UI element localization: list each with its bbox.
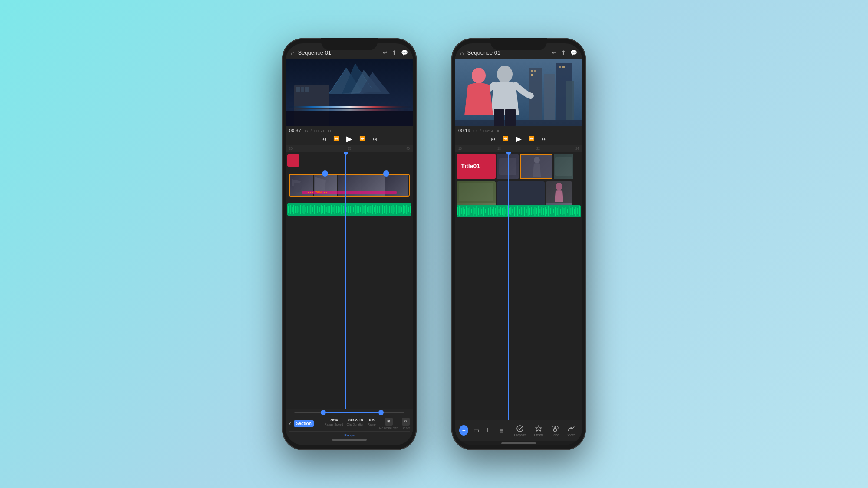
- skip-back-btn-1[interactable]: ⏮: [322, 136, 326, 141]
- svg-rect-159: [531, 207, 532, 215]
- comment-icon-2[interactable]: 💬: [570, 49, 577, 56]
- svg-rect-145: [507, 206, 508, 216]
- video-clip-1[interactable]: 76%: [289, 174, 410, 197]
- svg-rect-179: [565, 207, 566, 216]
- ramp-handle-right-1[interactable]: [383, 170, 389, 177]
- svg-rect-84: [401, 207, 402, 212]
- svg-rect-178: [564, 208, 565, 214]
- clip-2a[interactable]: [497, 154, 519, 179]
- effects-icon: [535, 425, 542, 432]
- svg-rect-163: [538, 206, 539, 216]
- svg-rect-23: [297, 206, 298, 213]
- back-btn-1[interactable]: ‹: [289, 420, 291, 427]
- trim-tool-btn[interactable]: ⊢: [484, 426, 494, 434]
- range-thumb-right-1[interactable]: [378, 410, 384, 415]
- svg-rect-139: [497, 206, 498, 216]
- skip-fwd-btn-2[interactable]: ⏭: [542, 136, 546, 141]
- home-icon-1[interactable]: ⌂: [291, 49, 294, 56]
- skip-fwd-btn-1[interactable]: ⏭: [372, 136, 377, 141]
- svg-rect-160: [533, 209, 534, 214]
- speed-label: Speed: [567, 433, 575, 436]
- svg-rect-133: [487, 206, 487, 216]
- track-row-1-2: Title01: [455, 152, 582, 180]
- clip-2b-selected[interactable]: [520, 154, 552, 179]
- ramp-value: 0.5: [369, 418, 375, 422]
- color-block-1: [287, 154, 299, 167]
- svg-rect-135: [490, 207, 491, 215]
- svg-rect-63: [365, 205, 366, 214]
- svg-rect-89: [410, 206, 411, 213]
- play-btn-2[interactable]: ▶: [516, 134, 522, 144]
- clip-2f[interactable]: [546, 181, 572, 206]
- header-2: ⌂ Sequence 01 ↩ ⬆ 💬: [455, 43, 582, 59]
- step-fwd-btn-2[interactable]: ⏩: [529, 136, 535, 141]
- clip-tool-btn[interactable]: ▭: [471, 426, 482, 435]
- ruler-m-24: 24: [575, 147, 579, 150]
- svg-rect-150: [516, 208, 516, 215]
- svg-rect-34: [316, 206, 316, 213]
- ctrl-range-speed: 76% Range Speed: [325, 418, 343, 429]
- range-thumb-left-1[interactable]: [321, 410, 326, 415]
- svg-rect-187: [579, 206, 580, 216]
- ctrl-ramp: 0.5 Ramp: [368, 418, 376, 429]
- ctrl-maintain[interactable]: ⊞ Maintain Pitch: [379, 418, 398, 429]
- total-time-2: 03:14: [483, 129, 493, 133]
- undo-icon-2[interactable]: ↩: [552, 49, 557, 56]
- step-back-btn-1[interactable]: ⏪: [333, 136, 339, 141]
- svg-rect-69: [375, 205, 376, 214]
- svg-rect-106: [499, 158, 516, 175]
- play-btn-1[interactable]: ▶: [346, 134, 352, 144]
- svg-rect-72: [381, 207, 381, 212]
- svg-rect-165: [541, 207, 542, 215]
- step-back-btn-2[interactable]: ⏪: [503, 136, 509, 141]
- audio-track-2: [457, 205, 581, 217]
- clip-2d[interactable]: [457, 181, 496, 206]
- step-fwd-btn-1[interactable]: ⏩: [359, 136, 365, 141]
- svg-rect-95: [531, 70, 533, 72]
- svg-point-103: [472, 68, 486, 83]
- svg-rect-140: [499, 209, 500, 213]
- svg-rect-64: [367, 207, 368, 212]
- effects-btn[interactable]: Effects: [531, 424, 546, 437]
- svg-rect-46: [336, 206, 337, 213]
- phone-1-screen: ⌂ Sequence 01 ↩ ⬆ 💬: [286, 43, 413, 445]
- svg-rect-62: [364, 206, 365, 213]
- clip-2c[interactable]: [554, 154, 573, 179]
- add-button-2[interactable]: +: [459, 425, 468, 436]
- ruler-mark-35: 35: [348, 147, 351, 150]
- svg-rect-70: [377, 206, 378, 213]
- svg-rect-167: [545, 207, 546, 216]
- svg-rect-174: [557, 208, 558, 215]
- share-icon-2[interactable]: ⬆: [561, 49, 566, 56]
- svg-rect-36: [319, 207, 320, 212]
- timeline-1[interactable]: 76%: [286, 152, 413, 409]
- undo-icon-1[interactable]: ↩: [383, 49, 388, 56]
- comment-icon-1[interactable]: 💬: [401, 49, 408, 56]
- speed-icon: [567, 425, 575, 432]
- speed-btn[interactable]: Speed: [564, 424, 578, 437]
- ctrl-reset[interactable]: ↺ Reset: [402, 418, 410, 429]
- svg-rect-65: [368, 206, 369, 213]
- graphics-btn[interactable]: Graphics: [511, 424, 529, 437]
- svg-rect-37: [321, 205, 322, 214]
- share-icon-1[interactable]: ⬆: [392, 49, 397, 56]
- ramp-handle-left-1[interactable]: [322, 170, 328, 177]
- ruler-m-22: 22: [536, 147, 540, 150]
- ramp-label: Ramp: [368, 423, 376, 426]
- color-btn[interactable]: Color: [549, 424, 562, 437]
- svg-rect-19: [290, 205, 291, 214]
- skip-back-btn-2[interactable]: ⏮: [491, 136, 496, 141]
- svg-rect-12: [286, 109, 413, 111]
- home-icon-2[interactable]: ⌂: [460, 49, 464, 56]
- svg-rect-28: [305, 207, 306, 212]
- svg-rect-112: [459, 183, 493, 201]
- range-track-1[interactable]: [294, 412, 404, 413]
- svg-rect-71: [379, 206, 380, 213]
- audio-tool-btn[interactable]: ▤: [496, 427, 506, 434]
- svg-rect-172: [553, 209, 554, 213]
- timeline-2[interactable]: Title01: [455, 152, 582, 420]
- clip-2e[interactable]: [497, 181, 545, 206]
- svg-rect-144: [505, 209, 506, 214]
- tab-range[interactable]: Range: [344, 433, 355, 437]
- audio-track-1: [287, 203, 411, 216]
